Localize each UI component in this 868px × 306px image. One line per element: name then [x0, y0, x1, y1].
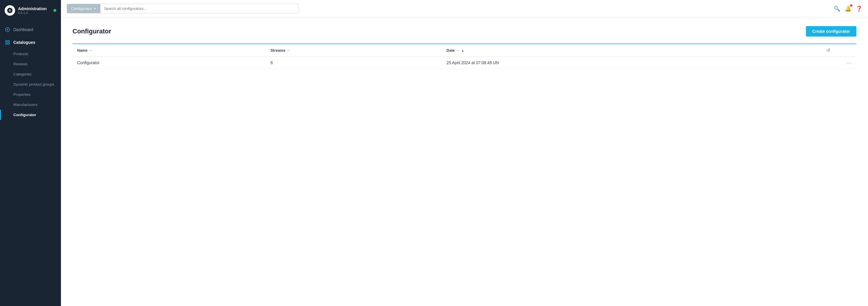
- chevron-down-icon: ▼: [94, 7, 97, 10]
- search-type-label: Configurator: [71, 6, 92, 11]
- col-streams-label: Streams: [270, 48, 285, 53]
- sidebar-item-properties-label: Properties: [13, 92, 30, 97]
- create-configurator-button[interactable]: Create configurator: [806, 26, 857, 36]
- col-header-date[interactable]: Date ··· ▲: [446, 48, 817, 53]
- app-version: 6.6.1.0: [18, 11, 47, 15]
- sidebar-item-dashboard-label: Dashboard: [13, 27, 33, 32]
- column-header-streams: Streams ···: [266, 44, 442, 57]
- table-header-row: Name ··· Streams ··· Date ···: [72, 44, 857, 57]
- col-name-label: Name: [77, 48, 87, 53]
- svg-rect-4: [5, 43, 7, 45]
- refresh-icon[interactable]: ↺: [826, 48, 830, 53]
- page-title: Configurator: [72, 28, 111, 35]
- sidebar-item-reviews[interactable]: Reviews: [0, 59, 61, 69]
- search-type-button[interactable]: Configurator ▼: [67, 4, 100, 13]
- sidebar-item-configurator[interactable]: Configurator: [0, 110, 61, 120]
- sidebar-item-products-label: Products: [13, 52, 28, 56]
- sidebar-nav: Dashboard Catalogues Products Reviews Ca…: [0, 21, 61, 122]
- sidebar: Administration 6.6.1.0 Dashboard: [0, 0, 61, 306]
- help-button[interactable]: ❓: [856, 5, 862, 12]
- cell-streams: 6: [266, 57, 442, 69]
- main-area: Configurator ▼ 🔍 🔔 ❓ Configurator Create…: [61, 0, 868, 306]
- notification-button[interactable]: 🔔: [845, 5, 851, 12]
- table-body: Configurator 6 25 April 2024 at 07:08:49…: [72, 57, 857, 69]
- status-indicator: [53, 9, 56, 12]
- sidebar-item-dashboard[interactable]: Dashboard: [0, 23, 61, 36]
- sidebar-item-catalogues[interactable]: Catalogues: [0, 36, 61, 49]
- col-date-options[interactable]: ···: [457, 49, 460, 53]
- sidebar-title-wrap: Administration 6.6.1.0: [18, 6, 47, 15]
- cell-date: 25 April 2024 at 07:08:49 Uhr: [442, 57, 822, 69]
- col-header-name[interactable]: Name ···: [77, 48, 261, 53]
- sidebar-item-reviews-label: Reviews: [13, 62, 28, 66]
- search-button[interactable]: 🔍: [834, 5, 840, 12]
- page-content: Configurator Create configurator Name ··…: [61, 18, 868, 306]
- cell-name: Configurator: [72, 57, 266, 69]
- topbar-actions: 🔍 🔔 ❓: [834, 5, 862, 12]
- sidebar-header: Administration 6.6.1.0: [0, 0, 61, 21]
- svg-point-1: [7, 29, 8, 30]
- page-header: Configurator Create configurator: [72, 26, 857, 36]
- sidebar-item-properties[interactable]: Properties: [0, 89, 61, 100]
- table-header: Name ··· Streams ··· Date ···: [72, 44, 857, 57]
- notification-badge: [850, 4, 852, 7]
- configurator-table: Name ··· Streams ··· Date ···: [72, 44, 857, 69]
- column-header-actions: [839, 44, 857, 57]
- catalogues-icon: [5, 39, 10, 45]
- search-icon: 🔍: [834, 5, 840, 12]
- table-row: Configurator 6 25 April 2024 at 07:08:49…: [72, 57, 857, 69]
- col-date-label: Date: [446, 48, 455, 53]
- app-title: Administration: [18, 6, 47, 11]
- search-container: Configurator ▼: [67, 4, 299, 13]
- dashboard-icon: [5, 27, 10, 32]
- svg-point-0: [5, 28, 10, 32]
- sidebar-item-categories-label: Categories: [13, 72, 32, 76]
- col-header-streams[interactable]: Streams ···: [270, 48, 437, 53]
- svg-rect-2: [5, 40, 7, 42]
- search-input[interactable]: [100, 4, 299, 13]
- svg-rect-5: [8, 43, 9, 45]
- row-actions-button[interactable]: ···: [839, 57, 857, 69]
- sidebar-item-dynamic-product-groups-label: Dynamic product groups: [13, 82, 54, 86]
- col-name-options[interactable]: ···: [89, 49, 92, 53]
- sidebar-item-manufacturers[interactable]: Manufacturers: [0, 100, 61, 110]
- cell-refresh: [822, 57, 839, 69]
- column-header-name: Name ···: [72, 44, 266, 57]
- col-streams-options[interactable]: ···: [287, 49, 290, 53]
- sort-desc-icon[interactable]: ▲: [461, 49, 464, 52]
- sidebar-item-catalogues-label: Catalogues: [13, 40, 35, 45]
- sidebar-item-configurator-label: Configurator: [13, 113, 36, 117]
- sidebar-item-manufacturers-label: Manufacturers: [13, 103, 37, 107]
- sidebar-item-dynamic-product-groups[interactable]: Dynamic product groups: [0, 79, 61, 89]
- help-icon: ❓: [856, 5, 862, 12]
- sidebar-item-categories[interactable]: Categories: [0, 69, 61, 79]
- topbar: Configurator ▼ 🔍 🔔 ❓: [61, 0, 868, 18]
- svg-rect-3: [8, 40, 9, 42]
- column-header-date: Date ··· ▲: [442, 44, 822, 57]
- logo-icon: [5, 5, 15, 16]
- column-header-refresh: ↺: [822, 44, 839, 57]
- sidebar-item-products[interactable]: Products: [0, 49, 61, 59]
